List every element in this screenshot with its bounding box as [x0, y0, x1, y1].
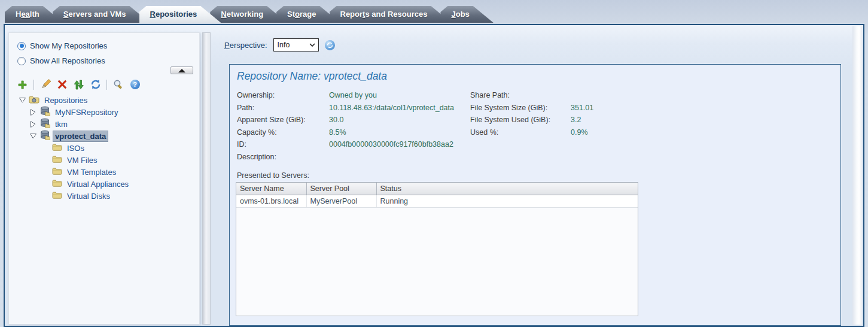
tab-label: obs: [456, 10, 470, 19]
tree-node-label[interactable]: ISOs: [65, 143, 86, 153]
radio-button-icon[interactable]: [17, 57, 26, 65]
tree-node-label[interactable]: Repositories: [42, 95, 89, 105]
table-row[interactable]: ovms-01.brs.local MyServerPool Running: [236, 195, 638, 207]
field-label-description: Description:: [237, 151, 329, 164]
tab-mnemonic: N: [221, 10, 226, 19]
tree-node-folder[interactable]: Virtual Disks: [14, 190, 193, 202]
tab-label: St: [287, 10, 295, 19]
tree-node-repository[interactable]: MyNFSRepository: [14, 106, 193, 118]
cell-server-name: ovms-01.brs.local: [236, 195, 306, 207]
tab-label: etworking: [227, 10, 263, 19]
tree-node-repository-selected[interactable]: vprotect_data: [14, 130, 193, 142]
tree-node-label[interactable]: VM Files: [65, 155, 99, 165]
radio-button-icon[interactable]: [17, 42, 26, 50]
tab-jobs[interactable]: Jobs: [440, 6, 493, 23]
perspective-label-rest: erspective:: [230, 41, 267, 50]
edit-icon[interactable]: [39, 79, 51, 90]
repository-info-panel: Repository Name: vprotect_data Ownership…: [229, 64, 841, 326]
field-value-description: [329, 151, 470, 164]
field-empty: [470, 151, 571, 164]
find-icon[interactable]: [112, 79, 124, 90]
tab-mnemonic: R: [150, 10, 156, 19]
folder-icon: [52, 179, 62, 189]
tree-node-label[interactable]: tkm: [53, 119, 69, 129]
show-all-repositories-radio[interactable]: Show All Repositories: [17, 56, 105, 65]
tree-node-folder[interactable]: Virtual Appliances: [14, 178, 193, 190]
presented-servers-table: Server Name Server Pool Status ovms-01.b…: [236, 182, 638, 316]
field-label-id: ID:: [237, 138, 329, 151]
vertical-scrollbar[interactable]: [852, 26, 862, 325]
tab-label: rage: [300, 10, 316, 19]
folder-icon: [52, 155, 62, 165]
panel-splitter[interactable]: [202, 32, 211, 325]
repository-toolbar: ?: [17, 77, 141, 92]
show-my-repositories-radio[interactable]: Show My Repositories: [17, 41, 107, 50]
field-label-share-path: Share Path:: [470, 89, 571, 102]
tree-node-repository[interactable]: tkm: [14, 118, 193, 130]
expand-closed-icon[interactable]: [29, 109, 36, 116]
tree-node-folder[interactable]: VM Templates: [14, 166, 193, 178]
tree-node-label[interactable]: VM Templates: [65, 167, 118, 177]
field-label-fs-used: File System Used (GiB):: [470, 114, 571, 126]
repository-fields: Ownership: Owned by you Share Path: Path…: [237, 89, 835, 163]
radio-label[interactable]: Show All Repositories: [30, 56, 105, 65]
add-icon[interactable]: [17, 79, 28, 90]
field-label-used-pct: Used %:: [470, 126, 571, 139]
tree-node-folder[interactable]: ISOs: [14, 142, 193, 154]
collapse-arrow-icon: [178, 69, 185, 72]
perspective-mnemonic: P: [224, 41, 230, 50]
tab-label: ervers and VMs: [68, 10, 126, 19]
repositories-tree: Repositories MyNFSRepository: [14, 94, 193, 202]
tab-mnemonic: o: [295, 10, 300, 19]
repository-icon: [39, 118, 50, 130]
repository-name-title: Repository Name: vprotect_data: [237, 70, 835, 83]
main-tab-bar: Health Servers and VMs Repositories Netw…: [5, 5, 483, 23]
expand-open-icon[interactable]: [19, 97, 26, 103]
repositories-folder-icon: [29, 95, 39, 105]
tree-node-folder[interactable]: VM Files: [14, 154, 193, 166]
folder-icon: [52, 167, 62, 177]
field-empty: [571, 138, 835, 151]
tab-reports-and-resources[interactable]: Reports and Resources: [330, 6, 452, 23]
tab-label: lth: [30, 10, 39, 19]
delete-icon[interactable]: [56, 79, 68, 90]
radio-label[interactable]: Show My Repositories: [30, 41, 107, 50]
toolbar-separator: [106, 80, 107, 90]
tab-label: s and Resources: [365, 10, 427, 19]
expand-open-icon[interactable]: [29, 133, 36, 139]
refresh-icon[interactable]: [90, 79, 101, 90]
tree-node-label[interactable]: Virtual Appliances: [65, 179, 130, 189]
column-header-server-pool[interactable]: Server Pool: [306, 183, 376, 195]
folder-icon: [52, 191, 62, 201]
field-label-ownership: Ownership:: [237, 89, 329, 102]
refresh-icon[interactable]: [325, 40, 335, 50]
field-label-path: Path:: [237, 102, 329, 114]
tree-node-label[interactable]: Virtual Disks: [65, 191, 112, 201]
perspective-select[interactable]: Info: [273, 38, 319, 52]
field-empty: [571, 151, 835, 164]
column-header-server-name[interactable]: Server Name: [236, 183, 306, 195]
present-unpresent-icon[interactable]: [73, 79, 84, 90]
toolbar-separator: [33, 80, 34, 90]
field-value-share-path: [571, 89, 835, 102]
tab-repositories[interactable]: Repositories: [139, 6, 221, 23]
tab-label: epositories: [156, 10, 197, 19]
field-value-path: 10.118.48.63:/data/col1/vprotect_data: [329, 102, 470, 114]
chevron-down-icon: [309, 43, 315, 47]
tree-node-label[interactable]: vprotect_data: [53, 131, 108, 141]
collapse-panel-button[interactable]: [170, 66, 193, 74]
tree-node-repositories-root[interactable]: Repositories: [14, 94, 193, 106]
perspective-label: Perspective:: [224, 41, 267, 50]
tree-node-label[interactable]: MyNFSRepository: [53, 107, 120, 117]
help-icon[interactable]: ?: [129, 79, 141, 90]
tab-mnemonic: ea: [21, 10, 29, 19]
table-header-row: Server Name Server Pool Status: [236, 183, 638, 195]
column-header-status[interactable]: Status: [376, 183, 638, 195]
field-value-apparent-size: 30.0: [329, 114, 470, 126]
tab-label: Repor: [340, 10, 363, 19]
field-value-fs-size: 351.01: [571, 102, 835, 114]
tab-servers-and-vms[interactable]: Servers and VMs: [53, 6, 150, 23]
tab-networking[interactable]: Networking: [210, 6, 287, 23]
expand-closed-icon[interactable]: [29, 121, 36, 128]
cell-status: Running: [376, 195, 638, 207]
